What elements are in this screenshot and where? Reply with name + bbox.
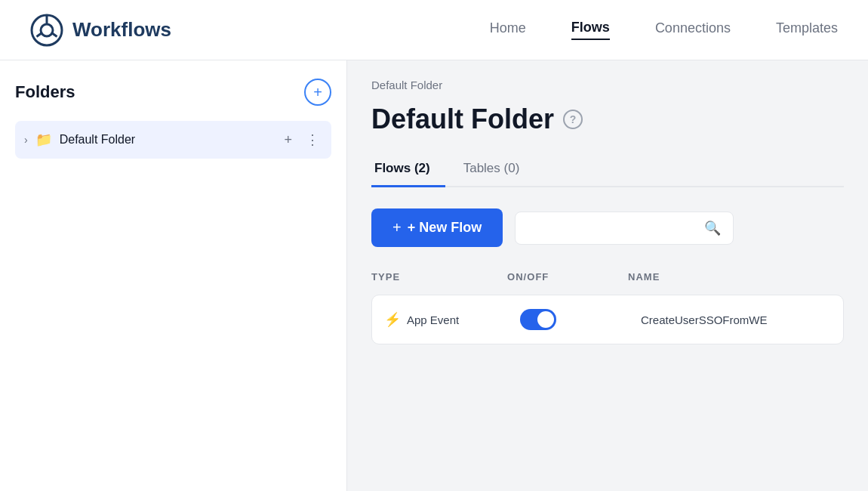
sidebar-title: Folders (15, 82, 75, 102)
svg-point-1 (41, 24, 53, 36)
search-input[interactable] (528, 221, 698, 235)
content-area: Default Folder Default Folder ? Flows (2… (347, 60, 868, 491)
logo-icon (30, 14, 63, 47)
folder-icon: 📁 (35, 131, 52, 148)
col-onoff-header: ON/OFF (507, 271, 628, 283)
row-onoff[interactable] (520, 309, 641, 330)
new-flow-label: + New Flow (408, 220, 482, 236)
col-name-header: NAME (628, 271, 844, 283)
logo-text: Workflows (72, 18, 171, 42)
folder-item-default[interactable]: › 📁 Default Folder + ⋮ (15, 121, 331, 159)
lightning-icon: ⚡ (384, 311, 401, 328)
actions-row: + + New Flow 🔍 (371, 208, 844, 247)
nav-flows[interactable]: Flows (571, 20, 610, 40)
folder-menu-button[interactable]: ⋮ (303, 131, 322, 148)
page-title: Default Folder (371, 103, 554, 135)
svg-line-4 (52, 32, 57, 36)
tab-tables[interactable]: Tables (0) (460, 153, 535, 187)
title-row: Default Folder ? (371, 103, 844, 135)
sidebar-header: Folders + (15, 79, 331, 106)
toggle-switch[interactable] (520, 309, 556, 330)
tab-flows[interactable]: Flows (2) (371, 153, 445, 187)
row-type: ⚡ App Event (384, 311, 520, 328)
add-folder-button[interactable]: + (304, 79, 331, 106)
folder-name: Default Folder (60, 133, 274, 147)
svg-line-3 (37, 32, 42, 36)
tabs: Flows (2) Tables (0) (371, 153, 844, 187)
nav-connections[interactable]: Connections (655, 20, 731, 39)
folder-chevron-icon: › (24, 134, 28, 146)
logo-area: Workflows (30, 14, 171, 47)
help-icon[interactable]: ? (563, 110, 583, 129)
breadcrumb: Default Folder (371, 79, 844, 91)
new-flow-button[interactable]: + + New Flow (371, 208, 503, 247)
nav-links: Home Flows Connections Templates (490, 20, 838, 40)
nav-home[interactable]: Home (490, 20, 526, 39)
search-box: 🔍 (515, 212, 734, 245)
row-flow-name: CreateUserSSOFromWE (641, 313, 831, 326)
folder-add-button[interactable]: + (281, 132, 295, 148)
table-row: ⚡ App Event CreateUserSSOFromWE (371, 295, 844, 344)
main-layout: Folders + › 📁 Default Folder + ⋮ Default… (0, 60, 868, 491)
row-type-label: App Event (407, 313, 459, 326)
search-icon: 🔍 (704, 220, 721, 236)
nav-templates[interactable]: Templates (776, 20, 838, 39)
sidebar: Folders + › 📁 Default Folder + ⋮ (0, 60, 347, 491)
top-nav: Workflows Home Flows Connections Templat… (0, 0, 868, 60)
plus-icon: + (392, 219, 402, 236)
table-header: TYPE ON/OFF NAME (371, 265, 844, 289)
col-type-header: TYPE (371, 271, 507, 283)
